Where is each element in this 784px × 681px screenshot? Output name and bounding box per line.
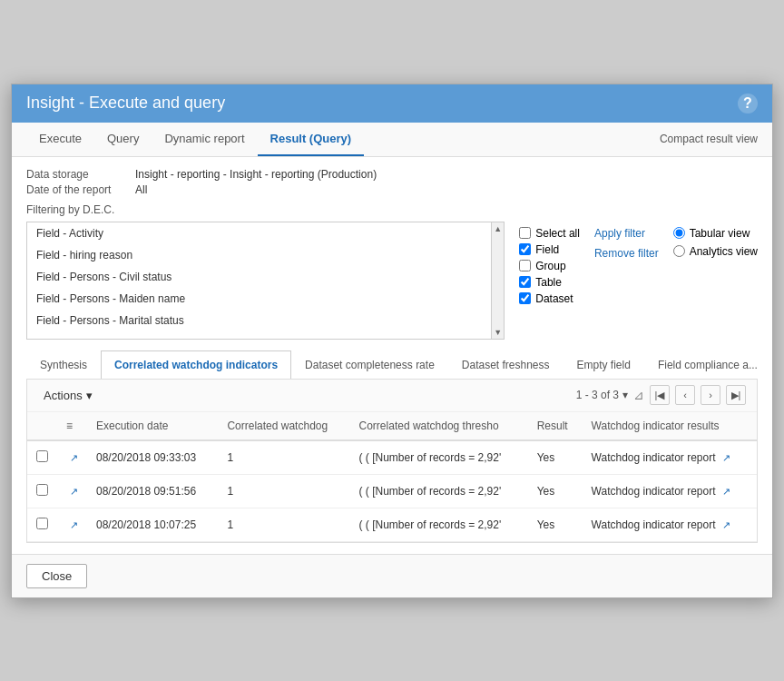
table-row: ↗ 08/20/2018 09:51:56 1 ( ( [Number of r…	[27, 474, 757, 508]
row2-watchdog-results: Watchdog indicator report ↗	[583, 508, 757, 541]
col-threshold: Correlated watchdog thresho	[350, 412, 528, 440]
compact-result-view[interactable]: Compact result view	[660, 123, 758, 154]
filter-item-2[interactable]: Field - Persons - Civil status	[27, 266, 504, 288]
tab2-synthesis[interactable]: Synthesis	[26, 350, 101, 379]
col-correlated: Correlated watchdog	[218, 412, 349, 440]
filter-scrollbar[interactable]: ▲ ▼	[491, 222, 504, 339]
field-input[interactable]	[519, 243, 531, 255]
group-input[interactable]	[519, 260, 531, 271]
date-value: All	[135, 183, 147, 196]
tab-dynamic-report[interactable]: Dynamic report	[152, 123, 257, 156]
row1-exec-date: 08/20/2018 09:51:56	[87, 474, 218, 508]
col-exec-date: Execution date	[87, 412, 218, 440]
actions-button[interactable]: Actions ▾	[38, 385, 98, 406]
tab2-compliance[interactable]: Field compliance a...	[644, 350, 758, 379]
row0-threshold: ( ( [Number of records = 2,92'	[350, 440, 528, 475]
row2-icon-cell: ↗	[57, 508, 87, 541]
row2-checkbox-cell	[27, 508, 57, 541]
row2-checkbox[interactable]	[36, 518, 48, 529]
first-page-button[interactable]: |◀	[650, 385, 670, 405]
page-info[interactable]: 1 - 3 of 3 ▾	[576, 389, 628, 401]
tab-result-query[interactable]: Result (Query)	[258, 123, 365, 156]
tab2-freshness[interactable]: Dataset freshness	[448, 350, 564, 379]
row0-exec-date: 08/20/2018 09:33:03	[87, 440, 218, 475]
modal-header: Insight - Execute and query ?	[12, 84, 772, 123]
info-section: Data storage Insight - reporting - Insig…	[26, 168, 758, 196]
pagination-area: 1 - 3 of 3 ▾ ⊿ |◀ ‹ › ▶|	[576, 385, 746, 405]
row1-icon-cell: ↗	[57, 474, 87, 508]
tab2-empty-field[interactable]: Empty field	[564, 350, 644, 379]
main-modal: Insight - Execute and query ? Execute Qu…	[11, 84, 773, 598]
data-table: ≡ Execution date Correlated watchdog Cor…	[27, 412, 757, 542]
checkbox-group: Select all Field Group Table Dataset	[519, 222, 580, 340]
top-tabs-bar: Execute Query Dynamic report Result (Que…	[12, 123, 772, 157]
checkbox-field[interactable]: Field	[519, 243, 580, 256]
checkbox-dataset[interactable]: Dataset	[519, 292, 580, 305]
radio-tabular[interactable]: Tabular view	[673, 227, 758, 240]
filter-icon: ⊿	[633, 388, 644, 402]
top-tabs-left: Execute Query Dynamic report Result (Que…	[26, 123, 364, 156]
close-button[interactable]: Close	[26, 564, 87, 588]
filter-item-4[interactable]: Field - Persons - Marital status	[27, 310, 504, 331]
tabular-radio[interactable]	[673, 227, 685, 239]
row1-checkbox[interactable]	[36, 484, 48, 496]
row0-watchdog-results: Watchdog indicator report ↗	[583, 440, 757, 475]
tabular-label: Tabular view	[690, 227, 750, 240]
analytics-radio[interactable]	[673, 245, 685, 257]
last-page-button[interactable]: ▶|	[726, 385, 746, 405]
table-label: Table	[535, 276, 562, 289]
row0-watchdog-link[interactable]: ↗	[722, 452, 730, 463]
prev-page-button[interactable]: ‹	[675, 385, 695, 405]
row1-ext-icon[interactable]: ↗	[70, 486, 78, 497]
date-row: Date of the report All	[26, 183, 758, 196]
tab2-correlated[interactable]: Correlated watchdog indicators	[101, 350, 291, 380]
modal-footer: Close	[12, 554, 772, 597]
select-all-input[interactable]	[519, 227, 531, 239]
row0-checkbox[interactable]	[36, 450, 48, 462]
next-page-button[interactable]: ›	[701, 385, 720, 405]
row1-watchdog-results: Watchdog indicator report ↗	[583, 474, 757, 508]
analytics-label: Analytics view	[690, 245, 758, 258]
filter-item-1[interactable]: Field - hiring reason	[27, 244, 504, 266]
filter-item-3[interactable]: Field - Persons - Maiden name	[27, 288, 504, 310]
data-storage-value: Insight - reporting - Insight - reportin…	[135, 168, 377, 181]
col-watchdog-results: Watchdog indicator results	[583, 412, 757, 440]
scroll-down-icon[interactable]: ▼	[492, 326, 504, 339]
filter-item-0[interactable]: Field - Activity	[27, 222, 504, 244]
row2-ext-icon[interactable]: ↗	[70, 519, 78, 530]
dataset-input[interactable]	[519, 292, 531, 304]
row0-ext-icon[interactable]: ↗	[70, 452, 78, 463]
data-storage-row: Data storage Insight - reporting - Insig…	[26, 168, 758, 181]
row2-correlated: 1	[218, 508, 349, 541]
row1-checkbox-cell	[27, 474, 57, 508]
tab-execute[interactable]: Execute	[26, 123, 94, 156]
table-input[interactable]	[519, 276, 531, 288]
checkbox-group-item[interactable]: Group	[519, 260, 580, 272]
row2-result: Yes	[528, 508, 583, 541]
date-label: Date of the report	[26, 183, 135, 196]
help-button[interactable]: ?	[738, 94, 758, 114]
table-row: ↗ 08/20/2018 10:07:25 1 ( ( [Number of r…	[27, 508, 757, 541]
row2-watchdog-text: Watchdog indicator report	[592, 518, 716, 531]
filter-area: Field - Activity Field - hiring reason F…	[26, 222, 758, 340]
row1-watchdog-link[interactable]: ↗	[722, 486, 730, 497]
group-label: Group	[535, 260, 565, 272]
apply-filter-link[interactable]: Apply filter	[594, 227, 659, 240]
filter-list-container: Field - Activity Field - hiring reason F…	[26, 222, 505, 340]
checkbox-select-all[interactable]: Select all	[519, 227, 580, 240]
tab2-completeness[interactable]: Dataset completeness rate	[291, 350, 448, 379]
tab-query[interactable]: Query	[94, 123, 152, 156]
scroll-up-icon[interactable]: ▲	[492, 222, 504, 235]
row0-watchdog-text: Watchdog indicator report	[592, 451, 716, 464]
row2-watchdog-link[interactable]: ↗	[722, 519, 730, 530]
filtering-label: Filtering by D.E.C.	[26, 203, 758, 216]
table-header-row: ≡ Execution date Correlated watchdog Cor…	[27, 412, 757, 440]
modal-title: Insight - Execute and query	[26, 94, 225, 113]
table-section: Actions ▾ 1 - 3 of 3 ▾ ⊿ |◀ ‹ › ▶|	[26, 380, 758, 543]
filter-list: Field - Activity Field - hiring reason F…	[27, 222, 504, 339]
actions-dropdown-icon: ▾	[86, 389, 93, 402]
main-content: Data storage Insight - reporting - Insig…	[12, 157, 772, 554]
remove-filter-link[interactable]: Remove filter	[594, 247, 659, 260]
radio-analytics[interactable]: Analytics view	[673, 245, 758, 258]
checkbox-table[interactable]: Table	[519, 276, 580, 289]
